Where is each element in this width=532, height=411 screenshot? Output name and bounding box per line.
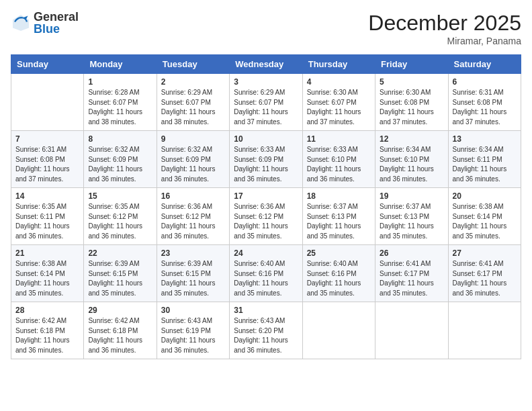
day-number: 23 (161, 248, 225, 258)
day-info: Sunrise: 6:41 AMSunset: 6:17 PMDaylight:… (453, 259, 517, 298)
day-info: Sunrise: 6:34 AMSunset: 6:11 PMDaylight:… (453, 145, 517, 184)
day-info: Sunrise: 6:28 AMSunset: 6:07 PMDaylight:… (88, 88, 152, 127)
day-header-thursday: Thursday (302, 55, 375, 74)
logo: General Blue (11, 11, 79, 35)
day-number: 17 (234, 191, 298, 201)
day-number: 26 (380, 248, 443, 258)
logo-text: General Blue (34, 11, 79, 35)
calendar-day-11: 11Sunrise: 6:33 AMSunset: 6:10 PMDayligh… (302, 131, 375, 188)
calendar-week-2: 7Sunrise: 6:31 AMSunset: 6:08 PMDaylight… (11, 131, 521, 188)
calendar-day-16: 16Sunrise: 6:36 AMSunset: 6:12 PMDayligh… (157, 188, 229, 245)
day-info: Sunrise: 6:37 AMSunset: 6:13 PMDaylight:… (307, 202, 371, 241)
calendar-day-3: 3Sunrise: 6:29 AMSunset: 6:07 PMDaylight… (230, 74, 302, 131)
month-title: December 2025 (368, 11, 521, 36)
calendar-day-2: 2Sunrise: 6:29 AMSunset: 6:07 PMDaylight… (157, 74, 229, 131)
day-info: Sunrise: 6:38 AMSunset: 6:14 PMDaylight:… (453, 202, 517, 241)
day-number: 12 (380, 134, 443, 144)
day-info: Sunrise: 6:29 AMSunset: 6:07 PMDaylight:… (161, 88, 225, 127)
day-header-sunday: Sunday (11, 55, 84, 74)
day-info: Sunrise: 6:41 AMSunset: 6:17 PMDaylight:… (380, 259, 443, 298)
day-header-wednesday: Wednesday (230, 55, 302, 74)
calendar-day-15: 15Sunrise: 6:35 AMSunset: 6:12 PMDayligh… (84, 188, 157, 245)
day-info: Sunrise: 6:39 AMSunset: 6:15 PMDaylight:… (161, 259, 225, 298)
calendar-day-20: 20Sunrise: 6:38 AMSunset: 6:14 PMDayligh… (448, 188, 521, 245)
day-info: Sunrise: 6:36 AMSunset: 6:12 PMDaylight:… (234, 202, 298, 241)
calendar-week-4: 21Sunrise: 6:38 AMSunset: 6:14 PMDayligh… (11, 245, 521, 302)
calendar-day-30: 30Sunrise: 6:43 AMSunset: 6:19 PMDayligh… (157, 302, 229, 359)
calendar-day-28: 28Sunrise: 6:42 AMSunset: 6:18 PMDayligh… (11, 302, 84, 359)
calendar-day-14: 14Sunrise: 6:35 AMSunset: 6:11 PMDayligh… (11, 188, 84, 245)
day-info: Sunrise: 6:30 AMSunset: 6:07 PMDaylight:… (307, 88, 371, 127)
day-number: 29 (88, 306, 152, 315)
calendar-day-19: 19Sunrise: 6:37 AMSunset: 6:13 PMDayligh… (375, 188, 448, 245)
calendar-day-22: 22Sunrise: 6:39 AMSunset: 6:15 PMDayligh… (84, 245, 157, 302)
empty-cell (448, 302, 521, 359)
calendar-day-21: 21Sunrise: 6:38 AMSunset: 6:14 PMDayligh… (11, 245, 84, 302)
day-info: Sunrise: 6:42 AMSunset: 6:18 PMDaylight:… (15, 316, 79, 355)
day-number: 5 (380, 77, 443, 87)
day-info: Sunrise: 6:36 AMSunset: 6:12 PMDaylight:… (161, 202, 225, 241)
day-info: Sunrise: 6:31 AMSunset: 6:08 PMDaylight:… (453, 88, 517, 127)
calendar-day-12: 12Sunrise: 6:34 AMSunset: 6:10 PMDayligh… (375, 131, 448, 188)
day-number: 2 (161, 77, 225, 87)
calendar-day-9: 9Sunrise: 6:32 AMSunset: 6:09 PMDaylight… (157, 131, 229, 188)
title-block: December 2025 Miramar, Panama (368, 11, 521, 46)
day-info: Sunrise: 6:31 AMSunset: 6:08 PMDaylight:… (15, 145, 79, 184)
day-info: Sunrise: 6:43 AMSunset: 6:20 PMDaylight:… (234, 316, 298, 355)
day-info: Sunrise: 6:38 AMSunset: 6:14 PMDaylight:… (15, 259, 79, 298)
calendar-day-18: 18Sunrise: 6:37 AMSunset: 6:13 PMDayligh… (302, 188, 375, 245)
logo-icon (11, 13, 31, 33)
day-number: 24 (234, 248, 298, 258)
day-info: Sunrise: 6:42 AMSunset: 6:18 PMDaylight:… (88, 316, 152, 355)
calendar-day-1: 1Sunrise: 6:28 AMSunset: 6:07 PMDaylight… (84, 74, 157, 131)
day-number: 1 (88, 77, 152, 87)
calendar-week-1: 1Sunrise: 6:28 AMSunset: 6:07 PMDaylight… (11, 74, 521, 131)
day-number: 11 (307, 134, 371, 144)
day-number: 10 (234, 134, 298, 144)
calendar-day-31: 31Sunrise: 6:43 AMSunset: 6:20 PMDayligh… (230, 302, 302, 359)
day-number: 15 (88, 191, 152, 201)
day-number: 22 (88, 248, 152, 258)
day-info: Sunrise: 6:40 AMSunset: 6:16 PMDaylight:… (307, 259, 371, 298)
calendar-header: SundayMondayTuesdayWednesdayThursdayFrid… (11, 55, 521, 74)
day-info: Sunrise: 6:33 AMSunset: 6:10 PMDaylight:… (307, 145, 371, 184)
day-info: Sunrise: 6:32 AMSunset: 6:09 PMDaylight:… (161, 145, 225, 184)
calendar-day-8: 8Sunrise: 6:32 AMSunset: 6:09 PMDaylight… (84, 131, 157, 188)
day-info: Sunrise: 6:30 AMSunset: 6:08 PMDaylight:… (380, 88, 443, 127)
day-number: 30 (161, 306, 225, 315)
day-number: 9 (161, 134, 225, 144)
day-info: Sunrise: 6:37 AMSunset: 6:13 PMDaylight:… (380, 202, 443, 241)
calendar-day-17: 17Sunrise: 6:36 AMSunset: 6:12 PMDayligh… (230, 188, 302, 245)
day-number: 13 (453, 134, 517, 144)
calendar-day-4: 4Sunrise: 6:30 AMSunset: 6:07 PMDaylight… (302, 74, 375, 131)
day-number: 6 (453, 77, 517, 87)
empty-cell (302, 302, 375, 359)
day-info: Sunrise: 6:35 AMSunset: 6:11 PMDaylight:… (15, 202, 79, 241)
calendar-day-26: 26Sunrise: 6:41 AMSunset: 6:17 PMDayligh… (375, 245, 448, 302)
calendar-day-10: 10Sunrise: 6:33 AMSunset: 6:09 PMDayligh… (230, 131, 302, 188)
logo-blue: Blue (34, 23, 79, 35)
calendar-day-24: 24Sunrise: 6:40 AMSunset: 6:16 PMDayligh… (230, 245, 302, 302)
calendar-day-6: 6Sunrise: 6:31 AMSunset: 6:08 PMDaylight… (448, 74, 521, 131)
day-number: 14 (15, 191, 79, 201)
day-info: Sunrise: 6:40 AMSunset: 6:16 PMDaylight:… (234, 259, 298, 298)
day-number: 21 (15, 248, 79, 258)
day-number: 27 (453, 248, 517, 258)
day-info: Sunrise: 6:43 AMSunset: 6:19 PMDaylight:… (161, 316, 225, 355)
day-info: Sunrise: 6:34 AMSunset: 6:10 PMDaylight:… (380, 145, 443, 184)
day-header-monday: Monday (84, 55, 157, 74)
location-subtitle: Miramar, Panama (368, 36, 521, 46)
day-number: 8 (88, 134, 152, 144)
logo-general: General (34, 11, 79, 23)
calendar-week-5: 28Sunrise: 6:42 AMSunset: 6:18 PMDayligh… (11, 302, 521, 359)
day-info: Sunrise: 6:29 AMSunset: 6:07 PMDaylight:… (234, 88, 298, 127)
calendar-day-13: 13Sunrise: 6:34 AMSunset: 6:11 PMDayligh… (448, 131, 521, 188)
day-number: 31 (234, 306, 298, 315)
calendar-day-7: 7Sunrise: 6:31 AMSunset: 6:08 PMDaylight… (11, 131, 84, 188)
day-number: 16 (161, 191, 225, 201)
empty-cell (375, 302, 448, 359)
calendar-day-23: 23Sunrise: 6:39 AMSunset: 6:15 PMDayligh… (157, 245, 229, 302)
day-info: Sunrise: 6:32 AMSunset: 6:09 PMDaylight:… (88, 145, 152, 184)
day-number: 3 (234, 77, 298, 87)
header-row: SundayMondayTuesdayWednesdayThursdayFrid… (11, 55, 521, 74)
